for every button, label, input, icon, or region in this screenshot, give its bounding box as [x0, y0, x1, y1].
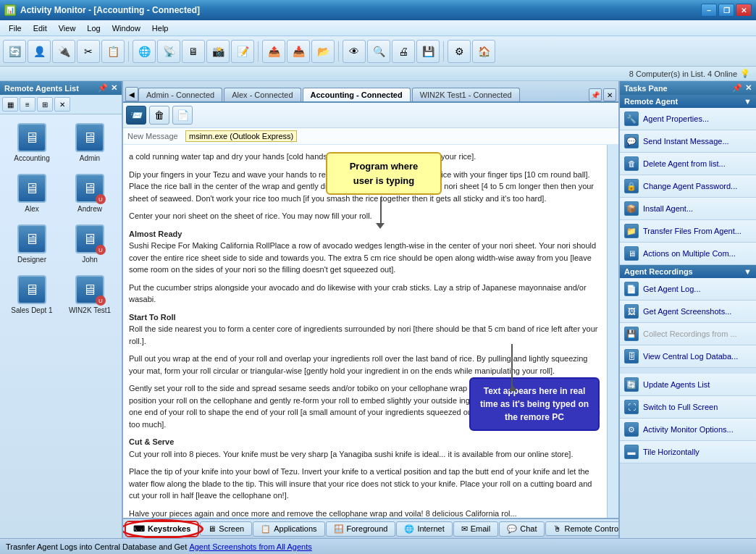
agent-item-designer[interactable]: 🖥 Designer — [6, 222, 58, 266]
toolbar-btn-6[interactable]: 🌐 — [133, 40, 156, 63]
close-button[interactable]: ✕ — [736, 4, 752, 17]
section-collapse-icon[interactable]: ▼ — [744, 97, 752, 106]
sidebar-tool-btn-3[interactable]: ⊞ — [37, 97, 53, 112]
sidebar-pin-icon[interactable]: 📌 — [98, 83, 108, 93]
bottom-tab-foreground[interactable]: 🪟 Foreground — [326, 521, 396, 537]
agent-icon-accounting: 🖥 — [17, 123, 46, 152]
toolbar-btn-12[interactable]: 📥 — [287, 40, 310, 63]
restore-button[interactable]: ❐ — [718, 4, 734, 17]
tab-win2k[interactable]: WIN2K Test1 - Connected — [412, 88, 520, 101]
tasks-close-icon[interactable]: ✕ — [745, 83, 752, 93]
agent-label-win2k: WIN2K Test1 — [69, 306, 111, 314]
toolbar-btn-19[interactable]: 🏠 — [472, 40, 495, 63]
tasks-item-update[interactable]: 🔄 Update Agents List — [620, 374, 756, 396]
body-text-3: Center your nori sheet on the sheet of r… — [129, 210, 601, 222]
tasks-item-view-log[interactable]: 🗄 View Central Log Databa... — [620, 345, 756, 368]
foreground-icon: 🪟 — [334, 524, 344, 534]
applications-icon: 📋 — [261, 524, 271, 534]
tasks-item-install[interactable]: 📦 Install Agent... — [620, 198, 756, 220]
toolbar-btn-18[interactable]: ⚙ — [448, 40, 471, 63]
tab-pin-icon[interactable]: 📌 — [589, 88, 602, 101]
tasks-item-password[interactable]: 🔒 Change Agent Password... — [620, 175, 756, 198]
sidebar-tools: ▦ ≡ ⊞ ✕ — [0, 95, 122, 114]
sidebar-tool-btn-1[interactable]: ▦ — [2, 97, 18, 112]
bottom-tab-keystrokes[interactable]: ⌨ Keystrokes — [125, 521, 199, 537]
agent-item-andrew[interactable]: 🖥 Andrew — [64, 171, 116, 216]
toolbar-btn-4[interactable]: ✂ — [77, 40, 100, 63]
agent-item-alex[interactable]: 🖥 Alex — [6, 171, 58, 216]
sidebar-tool-btn-2[interactable]: ≡ — [20, 97, 35, 112]
tab-nav-prev[interactable]: ◀ — [125, 87, 138, 101]
menu-file[interactable]: File — [3, 22, 28, 34]
keystrokes-label: Keystrokes — [148, 524, 190, 533]
status-link[interactable]: Agent Screenshots from All Agents — [189, 542, 311, 551]
menu-window[interactable]: Window — [106, 22, 146, 34]
tasks-item-delete[interactable]: 🗑 Delete Agent from list... — [620, 153, 756, 175]
sidebar-close-icon[interactable]: ✕ — [111, 83, 117, 93]
bottom-tab-chat[interactable]: 💬 Chat — [499, 521, 545, 537]
bottom-tab-screen[interactable]: 🖥 Screen — [200, 521, 252, 536]
recordings-collapse-icon[interactable]: ▼ — [744, 267, 752, 276]
bottom-tab-internet[interactable]: 🌐 Internet — [396, 521, 452, 537]
agent-item-john[interactable]: 🖥 John — [64, 222, 116, 266]
tab-admin[interactable]: Admin - Connected — [138, 88, 222, 101]
agent-item-admin[interactable]: 🖥 Admin — [64, 120, 116, 165]
callout1-arrowhead — [376, 223, 385, 233]
toolbar-btn-14[interactable]: 👁 — [343, 40, 366, 63]
toolbar-btn-1[interactable]: 🔄 — [3, 40, 26, 63]
tasks-item-transfer[interactable]: 📁 Transfer Files From Agent... — [620, 220, 756, 243]
toolbar-btn-8[interactable]: 🖥 — [182, 40, 205, 63]
get-log-label: Get Agent Log... — [643, 285, 701, 293]
tasks-item-properties[interactable]: 🔧 Agent Properties... — [620, 108, 756, 130]
toolbar-btn-11[interactable]: 📤 — [262, 40, 285, 63]
agent-item-win2k[interactable]: 🖥 WIN2K Test1 — [64, 272, 116, 317]
callout1-arrow — [380, 197, 382, 226]
minimize-button[interactable]: – — [701, 4, 717, 17]
toolbar-btn-2[interactable]: 👤 — [28, 40, 51, 63]
sidebar-header: Remote Agents List 📌 ✕ — [0, 81, 122, 95]
tasks-item-fullscreen[interactable]: ⛶ Switch to Full Screen — [620, 396, 756, 419]
keystrokes-icon: ⌨ — [133, 524, 145, 534]
toolbar-btn-7[interactable]: 📡 — [157, 40, 180, 63]
menu-edit[interactable]: Edit — [28, 22, 53, 34]
tab-alex[interactable]: Alex - Connected — [224, 88, 301, 101]
scrollbar[interactable] — [607, 145, 618, 518]
toolbar-btn-17[interactable]: 💾 — [416, 40, 440, 63]
agent-label-accounting: Accounting — [14, 154, 49, 162]
tasks-item-multiple[interactable]: 🖥 Actions on Multiple Com... — [620, 243, 756, 265]
sidebar-tool-btn-4[interactable]: ✕ — [54, 97, 70, 112]
toolbar-btn-5[interactable]: 📋 — [101, 40, 125, 63]
internet-icon: 🌐 — [404, 524, 414, 534]
toolbar-btn-10[interactable]: 📝 — [231, 40, 254, 63]
send-msg-icon: 💬 — [624, 134, 639, 148]
bottom-tab-remote[interactable]: 🖱 Remote Control — [545, 521, 618, 536]
toolbar-btn-15[interactable]: 🔍 — [367, 40, 390, 63]
transfer-icon: 📁 — [624, 224, 639, 238]
toolbar-btn-13[interactable]: 📂 — [311, 40, 335, 63]
menu-help[interactable]: Help — [146, 22, 175, 34]
toolbar-btn-9[interactable]: 📸 — [206, 40, 230, 63]
tab-accounting[interactable]: Accounting - Connected — [303, 88, 411, 101]
agent-item-accounting[interactable]: 🖥 Accounting — [6, 120, 58, 165]
menu-log[interactable]: Log — [81, 22, 106, 34]
tab-close-icon[interactable]: ✕ — [603, 88, 616, 101]
tasks-item-options[interactable]: ⚙ Activity Monitor Options... — [620, 419, 756, 441]
tasks-item-screenshots[interactable]: 🖼 Get Agent Screenshots... — [620, 301, 756, 323]
tasks-pin-icon[interactable]: 📌 — [732, 83, 742, 93]
agent-item-sales[interactable]: 🖥 Sales Dept 1 — [6, 272, 58, 317]
content-tool-3[interactable]: 📄 — [172, 106, 193, 125]
bottom-tab-applications[interactable]: 📋 Applications — [253, 521, 324, 537]
toolbar-btn-16[interactable]: 🖨 — [392, 40, 415, 63]
content-tool-2[interactable]: 🗑 — [149, 106, 169, 125]
content-tool-new-msg[interactable]: 📨 — [126, 106, 146, 125]
collect-icon: 💾 — [624, 327, 639, 341]
tasks-item-send-msg[interactable]: 💬 Send Instant Message... — [620, 130, 756, 153]
status-icon: 💡 — [740, 69, 750, 78]
password-label: Change Agent Password... — [643, 182, 737, 190]
bottom-tab-email[interactable]: ✉ Email — [453, 521, 499, 537]
toolbar-btn-3[interactable]: 🔌 — [52, 40, 75, 63]
callout2-arrowhead — [508, 381, 517, 391]
menu-view[interactable]: View — [53, 22, 82, 34]
tasks-item-get-log[interactable]: 📄 Get Agent Log... — [620, 278, 756, 301]
tasks-item-tile[interactable]: ▬ Tile Horizontally — [620, 441, 756, 463]
